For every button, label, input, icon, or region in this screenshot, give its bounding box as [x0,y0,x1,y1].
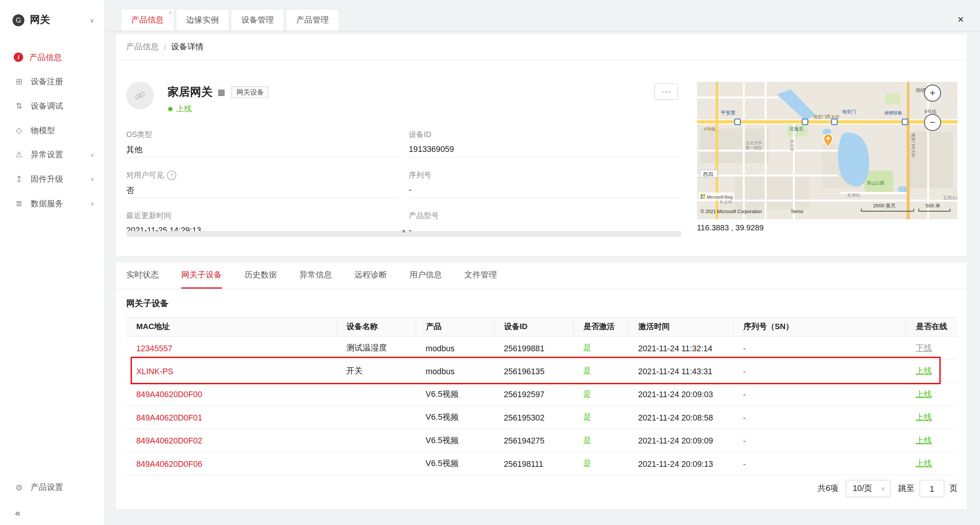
map-label-line6: 6号线 [704,127,715,131]
tab-device-management[interactable]: 设备管理 [230,9,284,31]
mac-link[interactable]: XLINK-PS [136,367,173,376]
map-scale-feet: 2000 英尺 [873,203,896,209]
table-row-highlighted: XLINK-PS 开关 modbus 256196135 是 2021-11-2… [126,360,957,383]
col-activated-time: 激活时间 [628,318,733,336]
pagination-total: 共6项 [818,483,838,494]
field-label: 对用户可见 ? [126,170,399,181]
tab-gateway-sub-devices[interactable]: 网关子设备 [181,262,222,289]
sidebar-item-thing-model[interactable]: ◇ 物模型 [0,118,105,143]
page-number-input[interactable] [920,480,944,497]
tab-remote-diagnosis[interactable]: 远程诊断 [354,262,387,289]
device-coordinates: 116.3883 , 39.9289 [697,224,763,233]
detail-tabs: 实时状态 网关子设备 历史数据 异常信息 远程诊断 用户信息 文件管理 [116,262,967,289]
sidebar-item-device-debug[interactable]: ⇅ 设备调试 [0,94,105,118]
bing-logo-text: Microsoft Bing [707,195,733,199]
cell-activated-time: 2021-11-24 20:09:03 [628,383,733,406]
cell-sn: - [743,436,746,445]
top-tabbar: 产品信息 × 边缘实例 设备管理 产品管理 [105,0,980,31]
sidebar-item-data-service[interactable]: ≣ 数据服务 ∨ [0,191,105,216]
gateway-logo-icon: G [13,14,24,26]
tab-history-data[interactable]: 历史数据 [244,262,277,289]
col-activated: 是否激活 [573,318,628,336]
map-label-line8: 8号线 [924,109,936,114]
online-status-link[interactable]: 上线 [916,389,932,398]
col-product: 产品 [416,318,494,336]
tab-edge-instance[interactable]: 边缘实例 [176,9,229,31]
table-row: 12345557 测试温湿度 modbus 256199881 是 2021-1… [126,336,957,359]
tab-product-info[interactable]: 产品信息 × [121,9,174,31]
online-status-link[interactable]: 上线 [916,366,932,375]
tab-file-management[interactable]: 文件管理 [464,262,497,289]
link-icon [134,89,146,102]
field-value: - [409,185,681,194]
device-type-icon[interactable]: ▦ [217,87,225,96]
sidebar-item-label: 设备注册 [31,76,63,87]
sub-device-card: 实时状态 网关子设备 历史数据 异常信息 远程诊断 用户信息 文件管理 网关子设… [116,262,967,509]
sidebar-collapse-button[interactable]: « [0,500,105,525]
chevron-down-icon[interactable]: ∨ [90,16,95,23]
table-row: 849A40620D0F02 V6.5视频 256194275 是 2021-1… [126,429,957,452]
tab-label: 设备管理 [241,15,274,26]
sidebar-item-device-register[interactable]: ⊞ 设备注册 [0,69,105,94]
online-status-link[interactable]: 上线 [916,412,932,422]
map-label-wenjin-st: 文津街 [847,193,860,197]
zoom-in-button[interactable]: + [924,85,941,101]
mac-link[interactable]: 849A40620D0F02 [136,436,202,445]
chevron-down-icon: ▼ [401,229,406,234]
field-label: 产品型号 [409,210,681,221]
main-area: 产品信息 × 边缘实例 设备管理 产品管理 × 产品信息 / 设备详情 [105,0,980,525]
breadcrumb-current: 设备详情 [171,41,204,52]
sidebar-item-product-settings[interactable]: ⚙ 产品设置 [0,475,105,500]
device-fields: OS类型 其他 设备ID 1913369059 对用户可见 ? 否 序列号 - [126,129,681,239]
sidebar-item-product-info[interactable]: i 产品信息 [0,45,105,70]
zoom-out-button[interactable]: − [924,114,941,130]
page-size-select[interactable]: 10/页 ∨ [846,480,891,497]
section-title: 网关子设备 [126,298,168,309]
online-status-link[interactable]: 下线 [916,343,932,352]
mac-link[interactable]: 849A40620D0F00 [136,390,202,399]
cell-activated-time: 2021-11-24 11:32:14 [628,336,733,359]
cell-activated: 是 [583,366,591,375]
col-sn: 序列号（SN） [733,318,906,336]
close-icon[interactable]: × [168,10,172,16]
page-size-value: 10/页 [853,483,872,494]
cell-device-name: 测试温湿度 [336,336,415,359]
sidebar-item-exception-settings[interactable]: ⚠ 异常设置 ∨ [0,142,105,167]
tab-realtime-status[interactable]: 实时状态 [126,262,159,289]
collapse-scrollbar[interactable]: ▼ [126,231,681,237]
help-icon[interactable]: ? [167,171,176,180]
cell-device-name [336,429,415,452]
tab-product-management[interactable]: 产品管理 [286,9,339,31]
map-canvas[interactable]: 南锣鼓巷 8号线 平安里 6号线 地安门西大街 地安门 北海北 南锣鼓巷 西四 … [697,82,957,219]
tab-exception-info[interactable]: 异常信息 [299,262,332,289]
field-label: 最近更新时间 [126,210,399,221]
model-icon: ◇ [14,126,24,135]
more-actions-button[interactable]: ··· [654,83,678,100]
col-online: 是否在线 [906,318,958,336]
mac-link[interactable]: 12345557 [136,343,172,352]
chevron-down-icon: ∨ [90,176,95,182]
tab-user-info[interactable]: 用户信息 [409,262,442,289]
mac-link[interactable]: 849A40620D0F06 [136,459,202,468]
sidebar-item-label: 固件升级 [31,173,63,184]
map-svg: 南锣鼓巷 8号线 平安里 6号线 地安门西大街 地安门 北海北 南锣鼓巷 西四 … [697,82,957,219]
sidebar-item-firmware-upgrade[interactable]: ↥ 固件升级 ∨ [0,167,105,191]
map-terms-link[interactable]: Terms [791,209,803,214]
sidebar-header[interactable]: G 网关 ∨ [0,0,105,40]
info-icon: i [14,52,23,62]
device-status-text: 上线 [176,104,192,114]
table-header-row: MAC地址 设备名称 产品 设备ID 是否激活 激活时间 序列号（SN） 是否在… [126,318,957,336]
online-status-link[interactable]: 上线 [916,435,932,445]
field-label: 序列号 [409,170,681,181]
cell-activated: 是 [583,435,591,445]
cell-device-name [336,383,415,406]
cell-device-name [336,406,415,429]
online-status-link[interactable]: 上线 [916,458,932,468]
mac-link[interactable]: 849A40620D0F01 [136,412,202,422]
plus-icon: + [930,88,935,98]
cell-product: V6.5视频 [416,452,494,475]
minus-icon: − [930,117,935,127]
breadcrumb-parent[interactable]: 产品信息 [126,41,159,52]
close-panel-icon[interactable]: × [957,14,964,26]
map-label-gongwangfu: 恭王府 [790,139,794,152]
